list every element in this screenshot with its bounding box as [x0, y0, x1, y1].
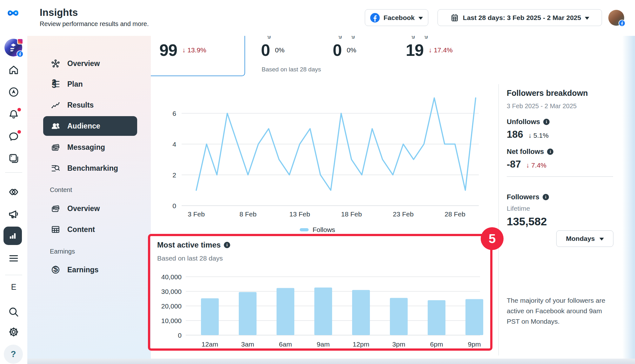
page-title: Insights — [40, 7, 78, 18]
section-title: Most active times — [157, 241, 221, 249]
chart-legend[interactable]: Follows — [279, 226, 356, 234]
metric-value: 0 — [261, 41, 270, 60]
insights-icon-selected[interactable] — [3, 227, 22, 245]
ads-icon[interactable] — [0, 86, 27, 98]
panel-title: Followers breakdown — [507, 89, 588, 98]
followers-lifetime-value: 135,582 — [507, 215, 547, 228]
date-range-button[interactable]: Last 28 days: 3 Feb 2025 - 2 Mar 2025 — [438, 9, 602, 26]
svg-text:12pm: 12pm — [353, 341, 370, 348]
chevron-down-icon — [599, 238, 604, 241]
metric-value: 0 — [333, 41, 342, 60]
page-avatar[interactable] — [4, 39, 22, 56]
unfollows-label: Unfollows i — [507, 118, 550, 126]
search-icon[interactable] — [0, 306, 27, 318]
unfollows-delta: ↓ 5.1% — [528, 132, 549, 139]
sidebar-item-label: Plan — [67, 80, 83, 89]
info-icon[interactable]: i — [543, 119, 550, 125]
sidebar-item-label: Results — [67, 101, 94, 109]
svg-text:6pm: 6pm — [430, 341, 443, 348]
instagram-badge-icon — [17, 38, 23, 44]
page-edge-gradient — [622, 36, 635, 359]
info-icon[interactable]: i — [547, 149, 553, 155]
svg-text:3am: 3am — [241, 341, 254, 348]
metric-value-row[interactable]: 0 0% — [261, 41, 284, 60]
metric-value-row[interactable]: 0 0% — [333, 41, 356, 60]
followers-insight-text: The majority of your followers are activ… — [507, 295, 613, 327]
day-selector-label: Mondays — [566, 235, 595, 242]
home-icon[interactable] — [0, 64, 27, 76]
partnerships-handshake-icon[interactable] — [0, 186, 27, 198]
sidebar-item-label: Overview — [67, 59, 100, 68]
svg-text:0: 0 — [172, 202, 176, 209]
chat-icon[interactable] — [0, 131, 27, 142]
sidebar-item-label: Overview — [67, 204, 100, 213]
calendar-icon — [450, 13, 459, 22]
svg-text:12am: 12am — [202, 341, 218, 348]
svg-text:4: 4 — [172, 141, 176, 148]
metric-delta: 0% — [347, 46, 356, 54]
net-follows-delta: ↓ 7.4% — [526, 162, 546, 169]
content-pages-icon[interactable] — [0, 153, 27, 164]
notification-dot — [17, 130, 21, 134]
page-header: Insights Review performance results and … — [0, 0, 635, 36]
insights-sidebar: Overview 1 2 3 Plan Results Audience — [27, 36, 151, 359]
settings-gear-icon[interactable] — [0, 326, 27, 338]
metric-value: 99 — [159, 41, 177, 60]
account-selector-button[interactable]: Facebook — [365, 9, 428, 26]
account-selector-label: Facebook — [384, 14, 415, 22]
help-button[interactable]: ? — [4, 345, 23, 364]
date-range-label: Last 28 days: 3 Feb 2025 - 2 Mar 2025 — [463, 14, 581, 22]
most-active-times-bar-chart: 40,00030,00020,00010,000012am3am6am9am12… — [159, 273, 489, 352]
followers-scope: Lifetime — [507, 205, 530, 212]
metric-value-row[interactable]: 19 ↓ 17.4% — [406, 41, 453, 60]
sidebar-item-plan[interactable]: 1 2 3 Plan — [43, 74, 137, 94]
chevron-down-icon — [585, 17, 589, 20]
day-selector-button[interactable]: Mondays — [556, 230, 613, 247]
svg-text:3: 3 — [52, 80, 57, 89]
page-bottom-strip — [27, 359, 635, 364]
svg-text:6: 6 — [172, 110, 176, 117]
svg-text:28 Feb: 28 Feb — [444, 210, 465, 218]
user-avatar[interactable] — [608, 10, 624, 26]
help-question-mark: ? — [11, 349, 16, 359]
sidebar-item-content-overview[interactable]: Overview — [43, 199, 137, 218]
metric-value-row: 99 ↓ 13.9% — [159, 41, 206, 60]
panel-divider — [498, 84, 499, 355]
svg-text:6am: 6am — [279, 341, 292, 348]
sidebar-item-results[interactable]: Results — [43, 95, 137, 115]
sidebar-item-label: Audience — [67, 122, 100, 130]
sidebar-item-overview[interactable]: Overview — [43, 54, 137, 73]
rail-divider — [5, 275, 22, 275]
sidebar-item-label: Benchmarking — [67, 164, 118, 173]
svg-text:10,000: 10,000 — [161, 317, 182, 324]
info-icon[interactable]: i — [224, 242, 230, 248]
facebook-badge-icon — [618, 20, 625, 27]
sidebar-item-benchmarking[interactable]: Benchmarking — [43, 158, 137, 178]
sidebar-item-earnings[interactable]: $ Earnings — [43, 260, 137, 280]
sidebar-section-content: Content — [50, 186, 72, 194]
sidebar-item-label: Content — [67, 225, 95, 234]
chevron-down-icon — [418, 17, 423, 20]
ads-megaphone-icon[interactable] — [0, 208, 27, 220]
app-rail: E ? — [0, 0, 27, 364]
followers-label: Followers i — [507, 193, 549, 201]
metric-value: 19 — [406, 41, 424, 60]
metric-delta: ↓ 13.9% — [182, 46, 206, 54]
sidebar-item-audience[interactable]: Audience — [43, 116, 137, 136]
info-icon[interactable]: i — [543, 194, 549, 200]
profile-initial[interactable]: E — [0, 282, 27, 292]
metric-delta: 0% — [275, 46, 284, 54]
panel-divider-line — [507, 176, 613, 177]
clipped-metric-title: g — [267, 36, 305, 39]
sidebar-item-content-content[interactable]: Content — [43, 220, 137, 239]
sidebar-item-label: Earnings — [67, 266, 98, 274]
follows-line-chart: 02463 Feb8 Feb13 Feb18 Feb23 Feb28 Feb — [159, 95, 483, 222]
net-follows-label: Net follows i — [507, 148, 553, 156]
meta-logo-icon[interactable] — [6, 8, 22, 20]
menu-icon[interactable] — [0, 253, 27, 264]
notifications-bell-icon[interactable] — [0, 109, 27, 120]
annotation-step-badge: 5 — [481, 227, 504, 250]
panel-date-range: 3 Feb 2025 - 2 Mar 2025 — [507, 103, 577, 110]
sidebar-item-messaging[interactable]: Messaging — [43, 137, 137, 157]
svg-text:2: 2 — [172, 171, 176, 179]
